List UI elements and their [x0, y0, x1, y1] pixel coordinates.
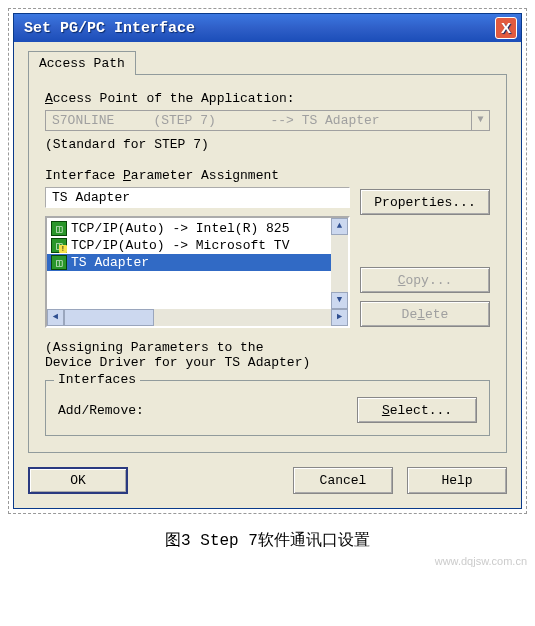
tab-panel: Access Point of the Application: S7ONLIN…	[28, 74, 507, 453]
interface-param-list[interactable]: ◫TCP/IP(Auto) -> Intel(R) 825◫TCP/IP(Aut…	[45, 216, 350, 328]
scroll-left-icon[interactable]: ◄	[47, 309, 64, 326]
access-point-value: S7ONLINE (STEP 7) --> TS Adapter	[46, 111, 471, 130]
scroll-right-icon[interactable]: ►	[331, 309, 348, 326]
scroll-thumb[interactable]	[64, 309, 154, 326]
interface-param-current[interactable]: TS Adapter	[45, 187, 350, 208]
dialog-window: Set PG/PC Interface X Access Path Access…	[13, 13, 522, 509]
delete-button: Delete	[360, 301, 490, 327]
access-point-dropdown[interactable]: S7ONLINE (STEP 7) --> TS Adapter ▼	[45, 110, 490, 131]
watermark: www.dqjsw.com.cn	[8, 555, 527, 567]
interfaces-group: Interfaces Add/Remove: Select...	[45, 380, 490, 436]
figure-caption: 图3 Step 7软件通讯口设置	[8, 530, 527, 551]
access-point-hint: (Standard for STEP 7)	[45, 137, 490, 152]
select-button[interactable]: Select...	[357, 397, 477, 423]
help-button[interactable]: Help	[407, 467, 507, 494]
tab-access-path[interactable]: Access Path	[28, 51, 136, 75]
properties-button[interactable]: Properties...	[360, 189, 490, 215]
scroll-down-icon[interactable]: ▼	[331, 292, 348, 309]
list-item[interactable]: ◫TS Adapter	[47, 254, 348, 271]
add-remove-label: Add/Remove:	[58, 403, 357, 418]
list-item-label: TS Adapter	[71, 255, 149, 270]
network-adapter-icon: ◫	[51, 238, 67, 253]
copy-button: Copy...	[360, 267, 490, 293]
chevron-down-icon[interactable]: ▼	[471, 111, 489, 130]
network-adapter-icon: ◫	[51, 221, 67, 236]
list-item[interactable]: ◫TCP/IP(Auto) -> Microsoft TV	[47, 237, 348, 254]
list-item[interactable]: ◫TCP/IP(Auto) -> Intel(R) 825	[47, 220, 348, 237]
scroll-up-icon[interactable]: ▲	[331, 218, 348, 235]
interface-param-note: (Assigning Parameters to the Device Driv…	[45, 340, 490, 370]
vertical-scrollbar[interactable]: ▲ ▼	[331, 218, 348, 309]
close-icon[interactable]: X	[495, 17, 517, 39]
interfaces-legend: Interfaces	[54, 372, 140, 387]
network-adapter-icon: ◫	[51, 255, 67, 270]
window-title: Set PG/PC Interface	[24, 20, 495, 37]
list-item-label: TCP/IP(Auto) -> Microsoft TV	[71, 238, 289, 253]
titlebar[interactable]: Set PG/PC Interface X	[14, 14, 521, 42]
ok-button[interactable]: OK	[28, 467, 128, 494]
cancel-button[interactable]: Cancel	[293, 467, 393, 494]
interface-param-label: Interface Parameter Assignment	[45, 168, 490, 183]
horizontal-scrollbar[interactable]: ◄ ►	[47, 309, 348, 326]
access-point-label: Access Point of the Application:	[45, 91, 490, 106]
list-item-label: TCP/IP(Auto) -> Intel(R) 825	[71, 221, 289, 236]
